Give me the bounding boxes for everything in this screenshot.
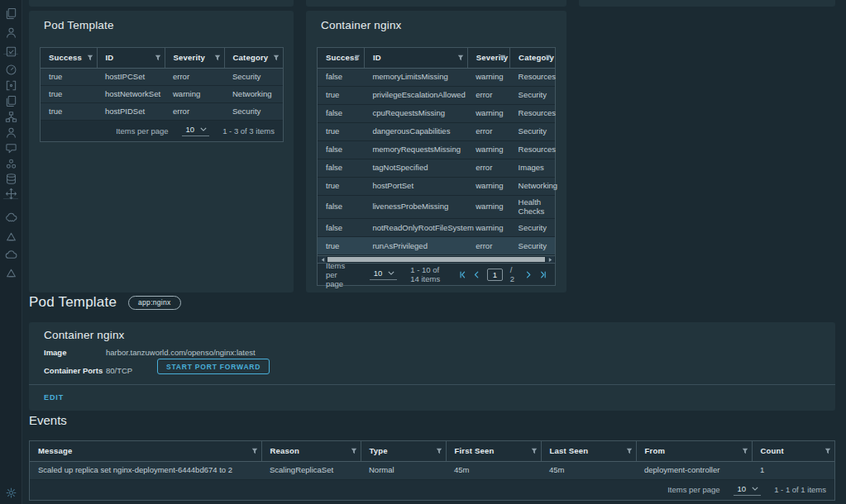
- cloud-app-icon[interactable]: [4, 211, 17, 224]
- column-label: From: [645, 446, 666, 455]
- filter-icon[interactable]: [824, 448, 831, 454]
- column-header-type[interactable]: Type: [361, 441, 446, 461]
- table-cell: error: [165, 68, 224, 85]
- card-stub: [306, 0, 566, 7]
- table-row[interactable]: Scaled up replica set nginx-deployment-6…: [30, 461, 834, 479]
- table-row[interactable]: truerunAsPrivilegederrorSecurity: [318, 237, 555, 255]
- items-per-page-label: Items per page: [116, 126, 168, 136]
- column-header-id[interactable]: ID: [364, 48, 467, 68]
- nodes-icon[interactable]: [4, 110, 17, 123]
- table-cell: true: [41, 102, 97, 120]
- events-title: Events: [29, 413, 67, 427]
- table-row[interactable]: truehostPIDSeterrorSecurity: [41, 102, 283, 120]
- table-cell: Security: [224, 68, 283, 85]
- filter-icon[interactable]: [457, 55, 464, 61]
- table-row[interactable]: truedangerousCapabilitieserrorSecurity: [318, 122, 555, 140]
- container-summary-card: Container nginx Image harbor.tanzuworld.…: [29, 322, 835, 411]
- filter-icon[interactable]: [351, 448, 357, 454]
- table-cell: hostIPCSet: [97, 68, 165, 85]
- filter-icon[interactable]: [251, 448, 258, 454]
- label-badge[interactable]: app:nginx: [128, 296, 181, 310]
- table-row[interactable]: falsememoryLimitsMissingwarningResources: [318, 68, 555, 86]
- api-icon[interactable]: [4, 78, 17, 92]
- gauge-icon[interactable]: [4, 63, 17, 76]
- table-cell: warning: [467, 177, 509, 195]
- filter-icon[interactable]: [354, 55, 361, 61]
- edit-button[interactable]: EDIT: [44, 393, 64, 402]
- files-icon[interactable]: [4, 94, 17, 107]
- start-port-forward-button[interactable]: START PORT FORWARD: [157, 359, 270, 374]
- first-page-icon[interactable]: [459, 271, 466, 278]
- mountain-icon[interactable]: [4, 266, 17, 279]
- filter-icon[interactable]: [155, 55, 161, 61]
- filter-icon[interactable]: [87, 55, 93, 61]
- column-header-count[interactable]: Count: [752, 441, 834, 461]
- tasks-icon[interactable]: [4, 45, 17, 58]
- page-size-select[interactable]: 10: [370, 269, 398, 280]
- column-header-id[interactable]: ID: [97, 48, 165, 68]
- items-per-page-label: Items per page: [667, 485, 719, 494]
- table-row[interactable]: falselivenessProbeMissingwarningHealth C…: [318, 195, 555, 219]
- column-header-message[interactable]: Message: [30, 441, 261, 461]
- files-icon[interactable]: [4, 7, 17, 20]
- table-cell: hostPortSet: [364, 177, 467, 195]
- filter-icon[interactable]: [499, 55, 506, 61]
- column-header-category[interactable]: Category: [224, 48, 283, 68]
- page-size-select[interactable]: 10: [182, 125, 210, 136]
- mountain-icon[interactable]: [4, 230, 17, 243]
- pod-template-section-header: Pod Template app:nginx: [29, 294, 181, 311]
- last-page-icon[interactable]: [540, 271, 547, 278]
- filter-icon[interactable]: [531, 448, 538, 454]
- table-row[interactable]: truehostPortSetwarningNetworking: [318, 177, 555, 195]
- filter-icon[interactable]: [273, 55, 280, 61]
- filter-icon[interactable]: [436, 448, 442, 454]
- page-size-select[interactable]: 10: [734, 484, 762, 496]
- table-cell: warning: [467, 195, 509, 219]
- column-header-reason[interactable]: Reason: [261, 441, 361, 461]
- column-label: Type: [370, 446, 388, 455]
- table-row[interactable]: falsenotReadOnlyRootFileSystemwarningSec…: [318, 219, 555, 237]
- card-divider: [29, 384, 835, 385]
- column-header-from[interactable]: From: [636, 441, 752, 461]
- previous-page-icon[interactable]: [473, 271, 480, 278]
- column-header-last-seen[interactable]: Last Seen: [541, 441, 636, 461]
- scrollbar-thumb[interactable]: [327, 257, 545, 262]
- scroll-right-arrow[interactable]: [546, 256, 554, 263]
- user-icon[interactable]: [4, 26, 17, 39]
- events-datagrid: MessageReasonTypeFirst SeenLast SeenFrom…: [29, 440, 835, 501]
- circles-icon[interactable]: [4, 157, 17, 170]
- chat-icon[interactable]: [4, 141, 17, 155]
- filter-icon[interactable]: [214, 55, 221, 61]
- table-cell: dangerousCapabilities: [364, 122, 467, 140]
- column-header-category[interactable]: Category: [510, 48, 555, 68]
- user-icon[interactable]: [4, 126, 17, 139]
- current-page-input[interactable]: 1: [487, 269, 503, 281]
- table-cell: 45m: [541, 461, 636, 479]
- column-header-first-seen[interactable]: First Seen: [446, 441, 541, 461]
- filter-icon[interactable]: [545, 55, 552, 61]
- cloud-icon[interactable]: [4, 248, 17, 261]
- table-cell: error: [467, 122, 509, 140]
- database-icon[interactable]: [4, 172, 17, 185]
- column-label: Reason: [270, 446, 300, 455]
- column-header-success[interactable]: Success: [318, 48, 364, 68]
- filter-icon[interactable]: [742, 448, 748, 454]
- table-row[interactable]: falsecpuRequestsMissingwarningResources: [318, 104, 555, 122]
- table-row[interactable]: falsememoryRequestsMissingwarningResourc…: [318, 140, 555, 159]
- gear-icon[interactable]: [4, 486, 17, 499]
- column-header-severity[interactable]: Severity: [467, 48, 509, 68]
- column-header-success[interactable]: Success: [41, 48, 97, 68]
- next-page-icon[interactable]: [525, 271, 532, 278]
- table-row[interactable]: falsetagNotSpecifiederrorImages: [318, 159, 555, 177]
- table-row[interactable]: truehostNetworkSetwarningNetworking: [41, 85, 283, 102]
- filter-icon[interactable]: [626, 448, 633, 454]
- column-header-severity[interactable]: Severity: [165, 48, 224, 68]
- table-row[interactable]: truehostIPCSeterrorSecurity: [41, 68, 283, 85]
- table-cell: Resources: [510, 140, 555, 159]
- ports-label: Container Ports: [44, 366, 103, 375]
- container-nginx-datagrid: SuccessIDSeverityCategoryfalsememoryLimi…: [317, 47, 556, 286]
- move-icon[interactable]: [4, 187, 17, 200]
- table-cell: Security: [510, 237, 555, 255]
- table-row[interactable]: trueprivilegeEscalationAllowederrorSecur…: [318, 86, 555, 104]
- table-cell: 1: [752, 461, 834, 479]
